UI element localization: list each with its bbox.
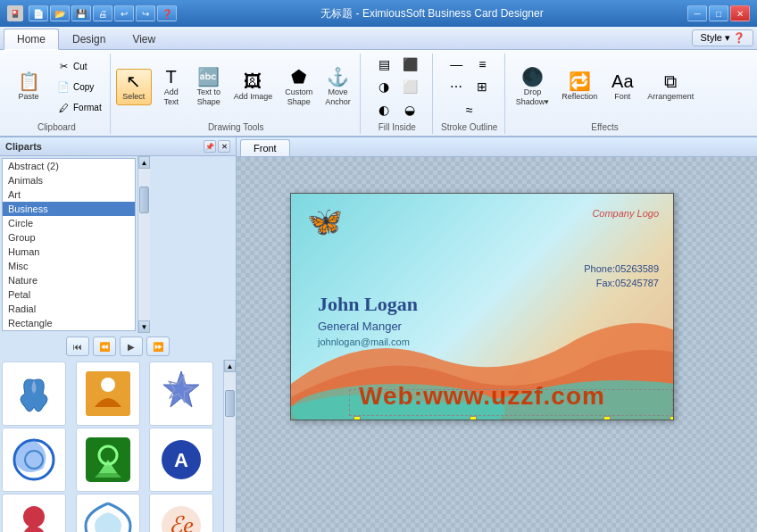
- clipart-item-4[interactable]: [2, 428, 66, 492]
- app-icon: 🎴: [7, 5, 23, 21]
- category-misc[interactable]: Misc: [3, 259, 135, 273]
- font-button[interactable]: Aa Font: [604, 69, 640, 105]
- move-anchor-button[interactable]: ⚓ MoveAnchor: [320, 64, 356, 111]
- style-button[interactable]: Style ▾ ❓: [692, 29, 753, 46]
- stroke-grid-button[interactable]: ⊞: [470, 77, 495, 96]
- arrangement-label: Arrangement: [647, 92, 694, 102]
- fill-right-button[interactable]: ◒: [397, 100, 422, 120]
- quick-access-new[interactable]: 📄: [29, 5, 48, 21]
- drop-shadow-button[interactable]: 🌑 DropShadow▾: [511, 64, 555, 111]
- arrangement-button[interactable]: ⧉ Arrangement: [642, 69, 699, 105]
- panel-close-button[interactable]: ✕: [218, 140, 230, 153]
- clipart-item-2[interactable]: [76, 362, 140, 426]
- category-nature[interactable]: Nature: [3, 273, 135, 287]
- clipart-scrollbar[interactable]: ▲ ▼: [223, 360, 236, 532]
- card-fax: Fax:05245787: [596, 278, 659, 288]
- clipart-grid[interactable]: A: [0, 360, 223, 532]
- paste-button[interactable]: 📋 Paste: [7, 69, 50, 105]
- help-icon: ❓: [733, 32, 745, 44]
- stroke-dot-button[interactable]: ⋯: [444, 77, 469, 96]
- category-radial[interactable]: Radial: [3, 302, 135, 316]
- tab-home[interactable]: Home: [4, 29, 59, 50]
- fill-solid-icon: ▤: [378, 57, 390, 71]
- category-circle[interactable]: Circle: [3, 216, 135, 230]
- svg-text:A: A: [174, 449, 188, 471]
- category-art[interactable]: Art: [3, 187, 135, 202]
- reflection-button[interactable]: 🔁 Reflection: [556, 69, 603, 105]
- canvas-tab-front[interactable]: Front: [240, 139, 290, 156]
- stroke-thin-button[interactable]: —: [444, 54, 469, 74]
- quick-access-undo[interactable]: ↩: [114, 5, 134, 21]
- quick-access-print[interactable]: 🖨: [93, 5, 112, 21]
- category-rectangle[interactable]: Rectangle: [3, 316, 135, 330]
- category-list[interactable]: Abstract (2) Animals Art Business Circle…: [2, 158, 136, 331]
- category-abstract[interactable]: Abstract (2): [3, 159, 135, 173]
- fill-half-button[interactable]: ◑: [371, 77, 396, 96]
- scroll-down-arrow[interactable]: ▼: [138, 320, 150, 333]
- clipart-scroll-up[interactable]: ▲: [224, 360, 236, 372]
- maximize-button[interactable]: □: [709, 5, 728, 21]
- tab-design[interactable]: Design: [59, 29, 119, 49]
- ribbon-group-fill: ▤ ⬛ ◑ ⬜ ◐ ◒ Fill Inside: [362, 54, 433, 134]
- side-panel-controls: 📌 ✕: [204, 140, 230, 153]
- clipart-scroll-thumb[interactable]: [225, 390, 235, 417]
- category-scrollbar[interactable]: ▲ ▼: [137, 156, 150, 333]
- close-button[interactable]: ✕: [730, 5, 750, 21]
- text-to-shape-button[interactable]: 🔤 Text toShape: [191, 64, 227, 111]
- clipart-item-5[interactable]: [76, 428, 140, 492]
- nav-first-button[interactable]: ⏮: [66, 337, 89, 356]
- copy-icon: 📄: [56, 80, 71, 95]
- clipart-item-8[interactable]: [76, 494, 140, 532]
- clipart-item-9[interactable]: ℰe: [149, 494, 213, 532]
- clipart-item-1[interactable]: [2, 362, 66, 426]
- svg-point-1: [101, 378, 115, 392]
- clipart-item-6[interactable]: A: [149, 428, 213, 492]
- scroll-up-arrow[interactable]: ▲: [138, 156, 150, 169]
- tab-view[interactable]: View: [119, 29, 169, 49]
- format-icon: 🖊: [56, 101, 71, 115]
- stroke-thick-button[interactable]: ≡: [470, 54, 495, 74]
- fill-black-button[interactable]: ⬛: [397, 54, 422, 74]
- selection-handle-br[interactable]: [603, 416, 611, 420]
- fill-left-button[interactable]: ◐: [371, 100, 396, 120]
- stroke-wave-button[interactable]: ≈: [457, 100, 482, 120]
- copy-button[interactable]: 📄 Copy: [52, 78, 106, 97]
- card-company-logo: Company Logo: [592, 208, 659, 219]
- panel-pin-button[interactable]: 📌: [204, 140, 216, 153]
- ribbon-group-stroke: — ≡ ⋯ ⊞ ≈ Stroke Outline: [435, 54, 505, 134]
- fill-solid-button[interactable]: ▤: [371, 54, 396, 74]
- minimize-button[interactable]: ─: [687, 5, 707, 21]
- business-card[interactable]: 🦋 John Logan General Manger johnlogan@ma…: [290, 193, 674, 420]
- window-controls: ─ □ ✕: [687, 5, 750, 21]
- format-button[interactable]: 🖊 Format: [52, 98, 106, 118]
- nav-prev-button[interactable]: ⏪: [93, 337, 116, 356]
- clipart-item-3[interactable]: [149, 362, 213, 426]
- cut-button[interactable]: ✂ Cut: [52, 57, 106, 77]
- quick-access-save[interactable]: 💾: [71, 5, 91, 21]
- category-petal[interactable]: Petal: [3, 287, 135, 302]
- nav-play-button[interactable]: ▶: [120, 337, 143, 356]
- scroll-thumb[interactable]: [139, 187, 149, 213]
- clipart-item-7[interactable]: [2, 494, 66, 532]
- selection-handle-bm[interactable]: [470, 416, 477, 420]
- fill-none-button[interactable]: ⬜: [397, 77, 422, 96]
- select-button[interactable]: ↖ Select: [116, 69, 152, 105]
- stroke-thin-icon: —: [450, 57, 462, 71]
- svg-point-8: [23, 506, 45, 528]
- fill-left-icon: ◐: [378, 103, 389, 117]
- canvas-content[interactable]: 🦋 John Logan General Manger johnlogan@ma…: [237, 157, 757, 532]
- quick-access-redo[interactable]: ↪: [136, 5, 155, 21]
- quick-access-help[interactable]: ❓: [157, 5, 177, 21]
- category-business[interactable]: Business: [3, 202, 135, 216]
- category-human[interactable]: Human: [3, 245, 135, 259]
- selection-handle-corner[interactable]: [670, 416, 674, 420]
- category-animals[interactable]: Animals: [3, 173, 135, 187]
- add-image-button[interactable]: 🖼 Add Image: [229, 69, 279, 105]
- category-group[interactable]: Group: [3, 230, 135, 245]
- quick-access-open[interactable]: 📂: [50, 5, 70, 21]
- add-text-button[interactable]: T AddText: [154, 64, 189, 111]
- custom-shape-button[interactable]: ⬟ CustomShape: [279, 64, 318, 111]
- nav-next-button[interactable]: ⏩: [146, 337, 170, 356]
- selection-handle-bl[interactable]: [354, 416, 361, 420]
- fill-content: ▤ ⬛ ◑ ⬜ ◐ ◒: [366, 54, 428, 121]
